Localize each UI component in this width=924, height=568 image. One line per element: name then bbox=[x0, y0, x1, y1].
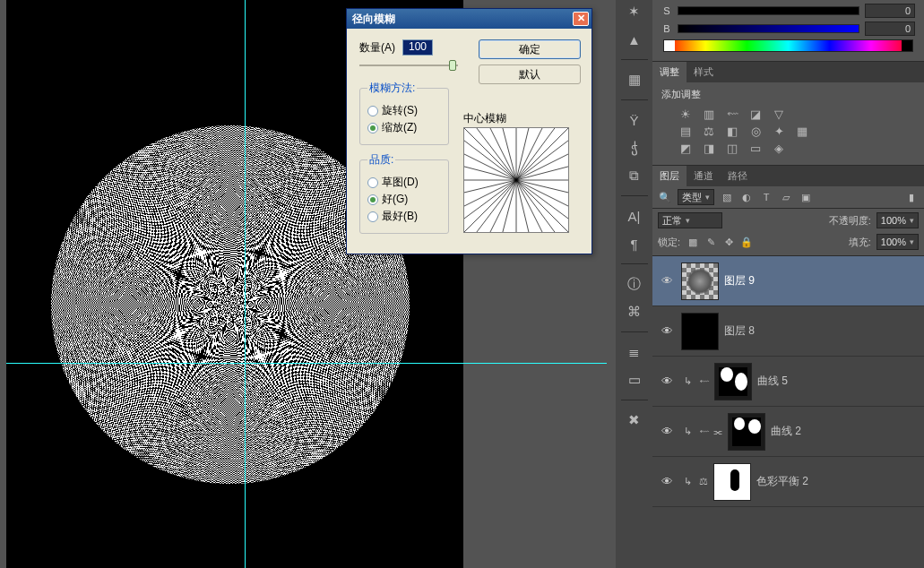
fill-input[interactable]: 100%▾ bbox=[877, 234, 919, 250]
layer-mask-thumb[interactable] bbox=[713, 463, 751, 501]
filter-shape-icon[interactable]: ▱ bbox=[779, 190, 793, 204]
filter-toggle-icon[interactable]: ▮ bbox=[904, 190, 919, 204]
lock-transparency-icon[interactable]: ▩ bbox=[686, 235, 700, 249]
blur-center-preview[interactable] bbox=[463, 127, 569, 233]
layer-name[interactable]: 曲线 2 bbox=[771, 424, 801, 439]
filter-type-icon[interactable]: T bbox=[759, 190, 773, 204]
lock-position-icon[interactable]: ✥ bbox=[721, 235, 736, 249]
radio-good[interactable]: 好(G) bbox=[367, 192, 441, 207]
selective-color-icon[interactable]: ◈ bbox=[771, 141, 787, 155]
cancel-button[interactable]: 默认 bbox=[479, 65, 581, 84]
guide-vertical[interactable] bbox=[245, 0, 246, 568]
tools-panel-icon[interactable]: ✖ bbox=[621, 410, 648, 430]
visibility-icon[interactable]: 👁 bbox=[658, 425, 676, 438]
exposure-icon[interactable]: ◪ bbox=[747, 107, 764, 121]
layer-mask-thumb[interactable] bbox=[714, 363, 752, 400]
opacity-input[interactable]: 100%▾ bbox=[877, 212, 919, 228]
layer-thumb[interactable] bbox=[681, 262, 719, 300]
filter-smart-icon[interactable]: ▣ bbox=[799, 190, 813, 204]
lock-all-icon[interactable]: 🔒 bbox=[739, 235, 754, 249]
filter-pixel-icon[interactable]: ▧ bbox=[720, 190, 734, 204]
curves-icon[interactable]: ⬳ bbox=[724, 107, 740, 121]
brightness-icon[interactable]: ☀ bbox=[678, 107, 694, 121]
gradient-map-icon[interactable]: ▭ bbox=[747, 141, 764, 155]
layer-item[interactable]: 👁 ↳ ⬳ 曲线 5 bbox=[652, 357, 924, 407]
vibrance-icon[interactable]: ▽ bbox=[771, 107, 787, 121]
s-value[interactable]: 0 bbox=[865, 4, 915, 18]
layer-name[interactable]: 曲线 5 bbox=[757, 374, 788, 389]
layer-name[interactable]: 图层 8 bbox=[724, 323, 755, 339]
layer-name[interactable]: 色彩平衡 2 bbox=[756, 474, 808, 489]
link-icon[interactable]: ⫘ bbox=[712, 426, 722, 437]
posterize-icon[interactable]: ◨ bbox=[701, 141, 717, 155]
properties-panel-icon[interactable]: ▭ bbox=[621, 370, 648, 390]
svg-line-26 bbox=[516, 154, 568, 180]
b-slider[interactable] bbox=[678, 24, 859, 33]
layer-item[interactable]: 👁 图层 8 bbox=[652, 306, 924, 357]
blur-method-legend: 模糊方法: bbox=[367, 81, 417, 96]
tab-paths[interactable]: 路径 bbox=[721, 166, 755, 186]
invert-icon[interactable]: ◩ bbox=[678, 141, 694, 155]
color-balance-icon[interactable]: ⚖ bbox=[701, 124, 717, 138]
brush-presets-panel-icon[interactable]: ჭ bbox=[621, 138, 648, 158]
brushes-panel-icon[interactable]: Ÿ bbox=[621, 110, 648, 130]
lookup-icon[interactable]: ▦ bbox=[794, 124, 810, 138]
curves-adj-icon[interactable]: ⬳ bbox=[699, 376, 709, 387]
slider-thumb[interactable] bbox=[449, 60, 456, 71]
paragraph-panel-icon[interactable]: ¶ bbox=[621, 234, 648, 254]
visibility-icon[interactable]: 👁 bbox=[658, 475, 676, 488]
blend-mode-dropdown[interactable]: 正常▾ bbox=[658, 212, 722, 228]
visibility-icon[interactable]: 👁 bbox=[658, 374, 676, 388]
visibility-icon[interactable]: 👁 bbox=[658, 324, 676, 338]
curves-adj-icon[interactable]: ⬳ bbox=[699, 426, 709, 437]
tab-adjustments[interactable]: 调整 bbox=[652, 62, 687, 82]
photo-filter-icon[interactable]: ◎ bbox=[747, 124, 764, 138]
s-slider[interactable] bbox=[678, 6, 859, 15]
bw-icon[interactable]: ◧ bbox=[724, 124, 740, 138]
navigator-panel-icon[interactable]: ▲ bbox=[621, 30, 648, 49]
layer-item[interactable]: 👁 ↳ ⬳⫘ 曲线 2 bbox=[652, 407, 924, 457]
tab-channels[interactable]: 通道 bbox=[687, 166, 721, 186]
b-value[interactable]: 0 bbox=[865, 22, 915, 36]
clone-panel-icon[interactable]: ⌘ bbox=[621, 302, 648, 322]
svg-line-15 bbox=[516, 180, 542, 232]
radio-draft[interactable]: 草图(D) bbox=[367, 175, 441, 190]
threshold-icon[interactable]: ◫ bbox=[724, 141, 740, 155]
channel-mixer-icon[interactable]: ✦ bbox=[771, 124, 787, 138]
swatches-panel-icon[interactable]: ▦ bbox=[621, 70, 648, 90]
amount-input[interactable]: 100 bbox=[402, 39, 433, 56]
filter-adjust-icon[interactable]: ◐ bbox=[739, 190, 754, 204]
layer-name[interactable]: 图层 9 bbox=[724, 273, 755, 288]
search-icon[interactable]: 🔍 bbox=[658, 190, 672, 204]
dialog-titlebar[interactable]: 径向模糊 ✕ bbox=[347, 9, 592, 29]
color-balance-adj-icon[interactable]: ⚖ bbox=[699, 476, 708, 487]
histogram-panel-icon[interactable]: ✶ bbox=[621, 2, 648, 22]
actions-panel-icon[interactable]: ≣ bbox=[621, 342, 648, 362]
layer-list: 👁 图层 9 👁 图层 8 👁 ↳ ⬳ 曲线 5 👁 ↳ ⬳⫘ bbox=[652, 256, 924, 568]
visibility-icon[interactable]: 👁 bbox=[658, 274, 676, 288]
opacity-label: 不透明度: bbox=[829, 214, 871, 228]
layer-thumb[interactable] bbox=[681, 313, 719, 350]
ok-button[interactable]: 确定 bbox=[479, 39, 581, 59]
guide-horizontal[interactable] bbox=[6, 363, 607, 364]
radio-best[interactable]: 最好(B) bbox=[367, 209, 441, 224]
filter-type-dropdown[interactable]: 类型▾ bbox=[678, 189, 714, 205]
layer-item[interactable]: 👁 ↳ ⚖ 色彩平衡 2 bbox=[652, 457, 924, 507]
clip-icon: ↳ bbox=[681, 426, 694, 437]
amount-slider[interactable] bbox=[359, 59, 458, 72]
character-panel-icon[interactable]: A| bbox=[621, 206, 648, 226]
close-icon[interactable]: ✕ bbox=[573, 12, 589, 26]
layers-shortcut-icon[interactable]: ⧉ bbox=[621, 166, 648, 185]
radio-spin[interactable]: 旋转(S) bbox=[367, 103, 441, 118]
tab-styles[interactable]: 样式 bbox=[687, 62, 721, 82]
info-panel-icon[interactable]: ⓘ bbox=[621, 274, 648, 294]
lock-pixels-icon[interactable]: ✎ bbox=[704, 235, 718, 249]
hue-sat-icon[interactable]: ▤ bbox=[678, 124, 694, 138]
layer-mask-thumb[interactable] bbox=[728, 413, 765, 451]
radio-zoom[interactable]: 缩放(Z) bbox=[367, 120, 441, 135]
color-spectrum[interactable] bbox=[663, 39, 913, 52]
tab-layers[interactable]: 图层 bbox=[652, 166, 687, 186]
layer-item[interactable]: 👁 图层 9 bbox=[652, 256, 924, 306]
radial-blur-dialog: 径向模糊 ✕ 确定 默认 数量(A) 100 模糊方法: 旋转(S) 缩放(Z)… bbox=[346, 8, 592, 254]
levels-icon[interactable]: ▥ bbox=[701, 107, 717, 121]
